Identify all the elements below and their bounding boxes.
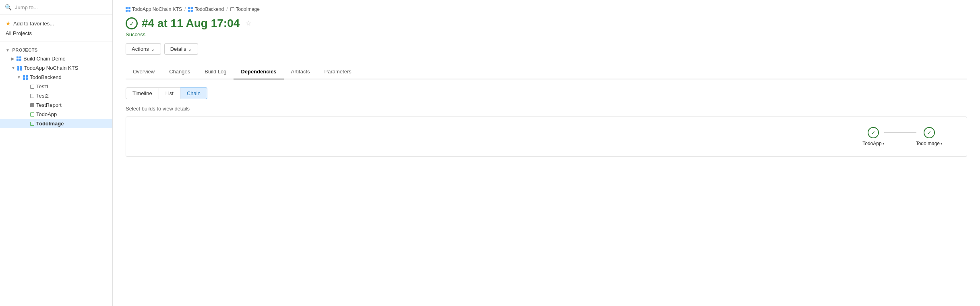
projects-section: ▼ PROJECTS ▶ Build Chain Demo ▼ TodoApp … (0, 42, 112, 132)
chain-nodes: ✓ TodoApp ▾ ✓ TodoImage ▾ (862, 127, 943, 146)
tab-build-log[interactable]: Build Log (197, 65, 234, 79)
breadcrumb: TodoApp NoChain KTS / TodoBackend / Todo… (126, 6, 967, 12)
chevron-icon: ▶ (11, 56, 14, 61)
actions-button[interactable]: Actions ⌄ (126, 43, 161, 55)
square-icon (30, 112, 34, 117)
select-builds-text: Select builds to view details (126, 106, 967, 112)
tab-overview[interactable]: Overview (126, 65, 162, 79)
main-content: TodoApp NoChain KTS / TodoBackend / Todo… (113, 0, 980, 306)
chain-container: ✓ TodoApp ▾ ✓ TodoImage ▾ (126, 117, 967, 157)
search-icon: 🔍 (5, 4, 12, 10)
sidebar-item-todoapp[interactable]: TodoApp (0, 110, 112, 119)
details-button[interactable]: Details ⌄ (164, 43, 198, 55)
projects-header[interactable]: ▼ PROJECTS (0, 46, 112, 54)
breadcrumb-item-1: TodoApp NoChain KTS (126, 6, 182, 12)
sidebar: 🔍 ★ Add to favorites... All Projects ▼ P… (0, 0, 113, 306)
grid-icon (23, 75, 28, 80)
grid-icon (17, 56, 21, 61)
main-tabs: Overview Changes Build Log Dependencies … (126, 65, 967, 79)
sidebar-item-todoimage[interactable]: TodoImage (0, 119, 112, 128)
square-icon (230, 7, 234, 11)
chain-connector (884, 132, 916, 133)
sidebar-item-test2[interactable]: Test2 (0, 91, 112, 100)
square-icon (30, 122, 34, 126)
tab-dependencies[interactable]: Dependencies (234, 65, 283, 79)
breadcrumb-separator: / (184, 6, 186, 12)
search-input[interactable] (15, 4, 108, 10)
square-icon (30, 85, 34, 89)
build-number-title: #4 at 11 Aug 17:04 (142, 17, 240, 30)
success-check-icon: ✓ (126, 17, 138, 29)
grid-icon (188, 7, 193, 12)
chevron-down-icon: ▾ (883, 142, 885, 146)
sidebar-item-todobackend[interactable]: ▼ TodoBackend (0, 73, 112, 82)
add-favorites-link[interactable]: ★ Add to favorites... (6, 19, 107, 28)
projects-chevron-icon: ▼ (6, 48, 10, 52)
search-bar: 🔍 (0, 0, 112, 15)
sidebar-links: ★ Add to favorites... All Projects (0, 15, 112, 42)
sidebar-item-testreport[interactable]: TestReport (0, 100, 112, 110)
chevron-down-icon: ⌄ (151, 46, 155, 52)
tab-artifacts[interactable]: Artifacts (284, 65, 317, 79)
square-icon (30, 94, 34, 98)
star-icon: ★ (6, 20, 11, 27)
action-buttons: Actions ⌄ Details ⌄ (126, 43, 967, 55)
chain-node-label-todoimage: TodoImage ▾ (916, 141, 943, 146)
all-projects-link[interactable]: All Projects (6, 28, 107, 37)
tab-changes[interactable]: Changes (162, 65, 197, 79)
chain-node-label-todoapp: TodoApp ▾ (862, 141, 884, 146)
node-success-icon: ✓ (924, 127, 935, 138)
build-status: Success (126, 31, 967, 37)
tab-parameters[interactable]: Parameters (317, 65, 359, 79)
square-icon (30, 103, 34, 107)
sidebar-item-build-chain-demo[interactable]: ▶ Build Chain Demo (0, 54, 112, 63)
subtab-chain[interactable]: Chain (180, 87, 207, 99)
subtab-list[interactable]: List (159, 87, 180, 99)
chevron-icon: ▼ (11, 66, 15, 70)
build-title: ✓ #4 at 11 Aug 17:04 ☆ (126, 17, 967, 30)
chain-node-todoapp[interactable]: ✓ TodoApp ▾ (862, 127, 884, 146)
subtab-timeline[interactable]: Timeline (126, 87, 159, 99)
chain-node-todoimage[interactable]: ✓ TodoImage ▾ (916, 127, 943, 146)
grid-icon (17, 66, 22, 71)
sidebar-item-todoapp-nochain-kts[interactable]: ▼ TodoApp NoChain KTS (0, 63, 112, 73)
sub-tabs: Timeline List Chain (126, 87, 967, 99)
chevron-icon: ▼ (17, 75, 21, 79)
breadcrumb-separator: / (226, 6, 227, 12)
breadcrumb-item-2: TodoBackend (188, 6, 224, 12)
grid-icon (126, 7, 130, 12)
chevron-down-icon: ▾ (941, 142, 943, 146)
favorite-star-button[interactable]: ☆ (244, 19, 253, 28)
sidebar-item-test1[interactable]: Test1 (0, 82, 112, 91)
breadcrumb-item-3: TodoImage (230, 6, 260, 12)
chevron-down-icon: ⌄ (188, 46, 192, 52)
node-success-icon: ✓ (868, 127, 879, 138)
